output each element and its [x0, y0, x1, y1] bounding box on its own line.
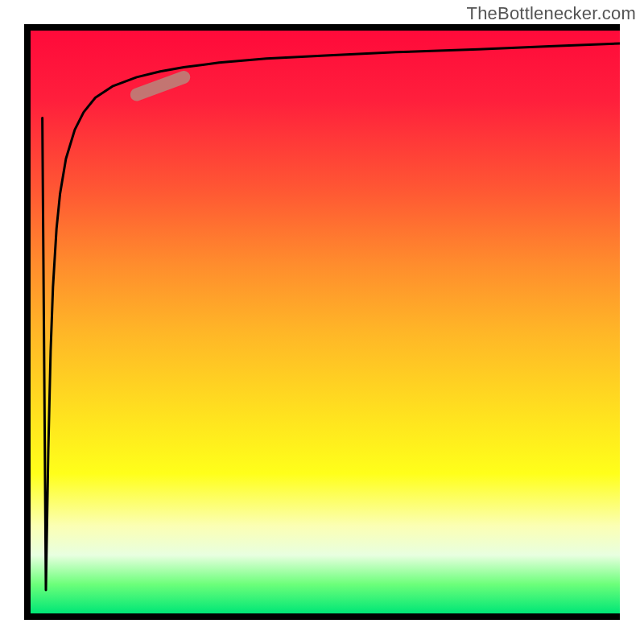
bottleneck-curve	[43, 43, 620, 590]
attribution-label: TheBottlenecker.com	[467, 3, 636, 24]
chart-container: TheBottlenecker.com	[0, 0, 644, 644]
highlight-segment	[137, 77, 184, 95]
plot-frame	[24, 24, 620, 620]
plot-area	[31, 31, 620, 613]
curve-layer	[31, 31, 620, 613]
